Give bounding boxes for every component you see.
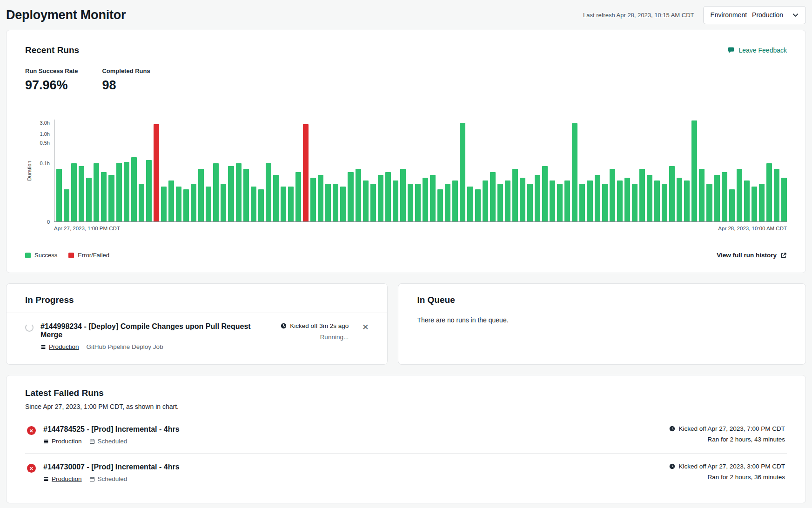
- run-bar[interactable]: [527, 184, 533, 221]
- run-bar[interactable]: [550, 180, 555, 221]
- run-bar[interactable]: [662, 184, 667, 221]
- run-bar[interactable]: [303, 124, 309, 221]
- run-bar[interactable]: [505, 180, 510, 221]
- run-bar[interactable]: [684, 180, 690, 221]
- run-bar[interactable]: [557, 184, 563, 221]
- run-bar[interactable]: [356, 169, 361, 221]
- run-bar[interactable]: [654, 180, 660, 221]
- run-bar[interactable]: [520, 178, 525, 221]
- run-bar[interactable]: [437, 189, 443, 221]
- run-bar[interactable]: [610, 169, 615, 221]
- run-bar[interactable]: [467, 187, 473, 221]
- run-bar[interactable]: [706, 184, 712, 221]
- run-bar[interactable]: [325, 184, 331, 221]
- run-bar[interactable]: [161, 187, 167, 221]
- run-bar[interactable]: [154, 124, 159, 221]
- run-bar[interactable]: [542, 166, 548, 221]
- run-bar[interactable]: [617, 180, 623, 221]
- run-bar[interactable]: [691, 120, 697, 221]
- run-bar[interactable]: [236, 163, 242, 221]
- run-bar[interactable]: [116, 163, 122, 221]
- run-bar[interactable]: [669, 166, 675, 221]
- run-bar[interactable]: [243, 169, 249, 221]
- run-bar[interactable]: [348, 172, 353, 221]
- run-bar[interactable]: [318, 175, 323, 221]
- run-bar[interactable]: [64, 189, 69, 221]
- run-bar[interactable]: [595, 175, 600, 221]
- run-bar[interactable]: [602, 184, 608, 221]
- run-bar[interactable]: [101, 172, 107, 221]
- run-bar[interactable]: [452, 180, 458, 221]
- run-bar[interactable]: [400, 169, 406, 221]
- close-icon[interactable]: ✕: [362, 322, 369, 331]
- run-bar[interactable]: [752, 187, 757, 221]
- run-bar[interactable]: [258, 189, 264, 221]
- run-bar[interactable]: [408, 184, 413, 221]
- run-bar[interactable]: [564, 180, 570, 221]
- run-bar[interactable]: [483, 180, 488, 221]
- run-bar[interactable]: [639, 169, 645, 221]
- run-bar[interactable]: [587, 180, 592, 221]
- run-bar[interactable]: [535, 175, 540, 221]
- run-bar[interactable]: [168, 180, 174, 221]
- run-bar[interactable]: [176, 187, 181, 221]
- run-bar[interactable]: [737, 169, 742, 221]
- run-bar[interactable]: [363, 180, 369, 221]
- run-bar[interactable]: [385, 172, 391, 221]
- run-bar[interactable]: [139, 184, 144, 221]
- run-bar[interactable]: [288, 187, 294, 221]
- run-bar[interactable]: [497, 184, 503, 221]
- run-bar[interactable]: [378, 175, 383, 221]
- run-bar[interactable]: [340, 187, 346, 221]
- run-bar[interactable]: [460, 123, 465, 221]
- run-bar[interactable]: [213, 163, 219, 221]
- environment-link[interactable]: Production: [43, 438, 82, 445]
- run-bar[interactable]: [206, 187, 211, 221]
- run-bar[interactable]: [310, 178, 316, 221]
- run-bar[interactable]: [677, 178, 682, 221]
- run-bar[interactable]: [273, 175, 279, 221]
- run-bar[interactable]: [744, 180, 750, 221]
- run-bar[interactable]: [415, 184, 421, 221]
- run-bar[interactable]: [490, 172, 496, 221]
- run-bar[interactable]: [191, 184, 196, 221]
- run-bar[interactable]: [572, 123, 577, 221]
- run-bar[interactable]: [774, 169, 779, 221]
- environment-link[interactable]: Production: [40, 343, 79, 350]
- run-bar[interactable]: [281, 187, 286, 221]
- run-bar[interactable]: [759, 184, 765, 221]
- run-bar[interactable]: [632, 184, 638, 221]
- run-bar[interactable]: [71, 163, 77, 221]
- run-bar[interactable]: [714, 175, 720, 221]
- run-bar[interactable]: [445, 184, 450, 221]
- environment-link[interactable]: Production: [43, 475, 82, 482]
- run-bar[interactable]: [251, 187, 256, 221]
- run-bar[interactable]: [86, 178, 92, 221]
- view-full-run-history-link[interactable]: View full run history: [717, 252, 787, 259]
- run-bar[interactable]: [393, 180, 398, 221]
- run-bar[interactable]: [56, 169, 62, 221]
- run-bar[interactable]: [647, 175, 652, 221]
- run-bar[interactable]: [699, 169, 705, 221]
- run-bar[interactable]: [333, 184, 338, 221]
- run-bar[interactable]: [124, 162, 129, 221]
- run-bar[interactable]: [146, 160, 152, 221]
- run-bar[interactable]: [512, 169, 518, 221]
- run-bar[interactable]: [131, 157, 137, 221]
- run-bar[interactable]: [108, 175, 114, 221]
- run-bar[interactable]: [766, 163, 772, 221]
- run-bar[interactable]: [266, 163, 271, 221]
- run-bar[interactable]: [624, 178, 630, 221]
- run-bar[interactable]: [183, 189, 189, 221]
- environment-dropdown[interactable]: Environment Production: [703, 6, 806, 24]
- run-bar[interactable]: [198, 169, 204, 221]
- run-bar[interactable]: [475, 189, 481, 221]
- run-bar[interactable]: [79, 166, 84, 221]
- run-bar[interactable]: [370, 184, 376, 221]
- run-bar[interactable]: [423, 178, 428, 221]
- run-bar[interactable]: [729, 189, 735, 221]
- leave-feedback-link[interactable]: Leave Feedback: [727, 47, 787, 54]
- run-bar[interactable]: [781, 178, 787, 221]
- run-bar[interactable]: [579, 184, 585, 221]
- run-bar[interactable]: [295, 172, 301, 221]
